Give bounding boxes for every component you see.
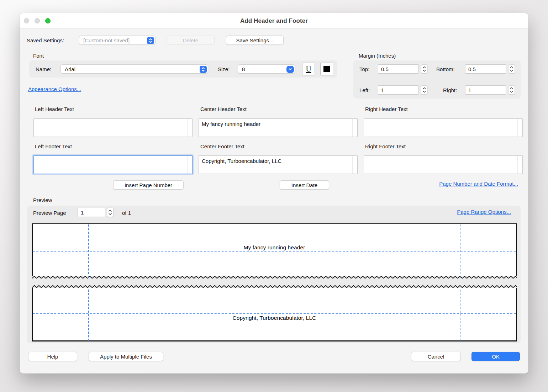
saved-settings-label: Saved Settings: <box>27 37 64 43</box>
saved-settings-dropdown[interactable]: [Custom-not saved] <box>79 36 156 45</box>
font-size-combo[interactable]: 8 <box>238 64 295 74</box>
color-swatch <box>323 66 330 72</box>
preview-page-count-label: of 1 <box>122 210 131 216</box>
preview-footer-text: Copyright, Turboencabulator, LLC <box>32 315 517 321</box>
preview-page-label: Preview Page <box>33 210 66 216</box>
left-margin-field[interactable] <box>378 85 419 95</box>
right-header-label: Right Header Text <box>365 106 408 112</box>
chevron-down-icon <box>286 66 294 73</box>
page-number-date-format-link[interactable]: Page Number and Date Format... <box>439 181 518 187</box>
font-name-label: Name: <box>36 66 51 72</box>
dialog-title: Add Header and Footer <box>20 13 528 28</box>
left-header-textarea[interactable] <box>33 118 193 137</box>
right-margin-field[interactable] <box>465 85 506 95</box>
left-margin-guide <box>88 224 89 278</box>
insert-page-number-button[interactable]: Insert Page Number <box>113 180 184 190</box>
center-footer-label: Center Footer Text <box>200 143 244 149</box>
title-bar: Add Header and Footer <box>20 13 528 28</box>
top-margin-label: Top: <box>359 66 369 72</box>
preview-page-field[interactable] <box>78 208 105 217</box>
right-margin-stepper[interactable] <box>508 85 515 95</box>
font-size-value: 8 <box>242 66 245 72</box>
add-header-footer-dialog: Add Header and Footer Saved Settings: [C… <box>20 13 528 374</box>
bottom-margin-guide <box>33 313 516 314</box>
left-footer-textarea[interactable] <box>33 155 193 174</box>
center-footer-textarea[interactable]: Copyright, Turboencabulator, LLC <box>199 155 358 174</box>
right-header-textarea[interactable] <box>364 118 523 137</box>
textarea-scrollbar[interactable] <box>187 156 192 174</box>
desktop-background: Add Header and Footer Saved Settings: [C… <box>0 0 548 392</box>
underline-glyph: U <box>306 65 311 73</box>
delete-button: Delete <box>167 36 215 45</box>
bottom-margin-stepper[interactable] <box>508 64 515 74</box>
right-footer-textarea[interactable] <box>364 155 523 174</box>
preview-group-label: Preview <box>33 197 52 203</box>
right-margin-guide <box>460 224 460 278</box>
cancel-button[interactable]: Cancel <box>411 352 461 361</box>
torn-edge-decoration <box>32 276 517 279</box>
chevron-up-down-icon <box>200 66 207 73</box>
font-name-dropdown[interactable]: Arial <box>60 64 208 74</box>
center-header-textarea[interactable]: My fancy running header <box>199 118 358 137</box>
preview-header-text: My fancy running header <box>32 244 517 251</box>
textarea-scrollbar[interactable] <box>517 119 522 137</box>
margin-group-label: Margin (Inches) <box>359 53 396 59</box>
left-margin-stepper[interactable] <box>421 85 428 95</box>
textarea-scrollbar[interactable] <box>352 156 357 174</box>
saved-settings-value: [Custom-not saved] <box>83 37 130 43</box>
font-color-button[interactable] <box>320 63 333 75</box>
ok-button[interactable]: OK <box>471 352 520 361</box>
help-button[interactable]: Help <box>28 352 77 361</box>
top-margin-stepper[interactable] <box>421 64 428 74</box>
textarea-scrollbar[interactable] <box>187 119 192 137</box>
top-margin-guide <box>33 251 516 252</box>
textarea-scrollbar[interactable] <box>352 119 357 137</box>
right-margin-label: Right: <box>443 87 457 93</box>
save-settings-button[interactable]: Save Settings... <box>226 36 284 45</box>
apply-to-multiple-files-button[interactable]: Apply to Multiple Files <box>89 352 163 361</box>
chevron-up-down-icon <box>147 37 154 44</box>
center-header-label: Center Header Text <box>200 106 247 112</box>
top-margin-field[interactable] <box>378 64 419 74</box>
font-name-value: Arial <box>65 66 75 72</box>
font-size-label: Size: <box>218 66 230 72</box>
appearance-options-link[interactable]: Appearance Options... <box>28 86 81 92</box>
left-footer-label: Left Footer Text <box>35 143 72 149</box>
torn-edge-decoration <box>32 285 517 288</box>
underline-button[interactable]: U <box>302 63 315 75</box>
page-range-options-link[interactable]: Page Range Options... <box>457 209 511 215</box>
right-footer-label: Right Footer Text <box>365 143 406 149</box>
preview-page-stepper[interactable] <box>107 208 114 217</box>
font-group-label: Font <box>33 53 44 59</box>
left-margin-label: Left: <box>359 87 370 93</box>
bottom-margin-label: Bottom: <box>436 66 455 72</box>
bottom-margin-field[interactable] <box>465 64 506 74</box>
left-header-label: Left Header Text <box>35 106 74 112</box>
insert-date-button[interactable]: Insert Date <box>280 180 329 190</box>
textarea-scrollbar[interactable] <box>517 156 522 174</box>
